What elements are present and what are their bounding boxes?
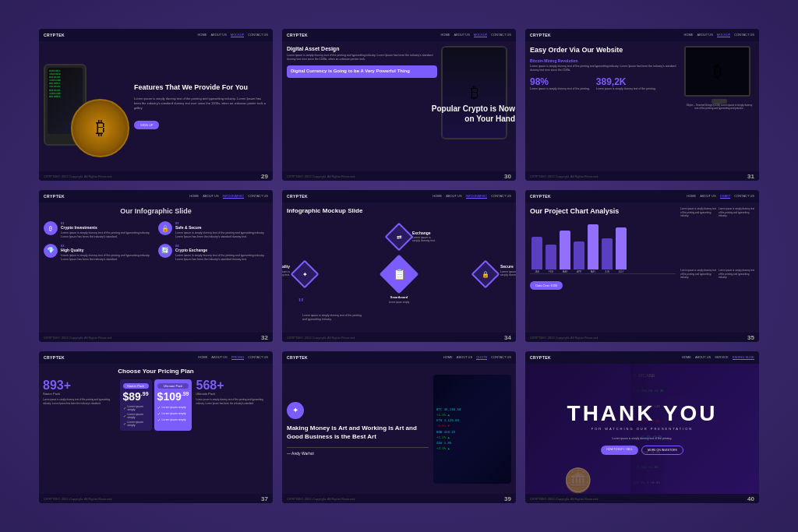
- nav-infographic[interactable]: INFOGRAPHIC: [466, 194, 488, 199]
- slide-30-left: Digital Asset Design Lorem ipsum is simp…: [287, 46, 437, 82]
- nav-mockup[interactable]: MOCKUP: [474, 33, 488, 37]
- right-desc: Lorem ipsum is simply dummy text of the …: [196, 398, 269, 405]
- slide-30-nav: CRYPTEK HOME ABOUT US MOCKUP CONTACT US: [282, 29, 516, 41]
- nav-mockup[interactable]: MOCKUP: [231, 33, 245, 37]
- footer-copy: CRYPTEK© 2022 Copyright. All Rights Rese…: [287, 336, 355, 340]
- nav-pricing[interactable]: PRICING: [231, 355, 245, 360]
- ultimate-feature-3: ✓Lorem ipsum simply: [157, 417, 189, 422]
- starter-features: ✓Lorem ipsum simply ✓Lorem ipsum simply …: [123, 405, 149, 427]
- nav-ending[interactable]: ENDING SLIDE: [733, 355, 754, 360]
- slide-number: 39: [504, 495, 511, 502]
- item-icon-4: 🔄: [158, 244, 172, 258]
- bar-group-july: JULY: [616, 227, 627, 273]
- thank-you-subtitle: FOR WATCHING OUR PRESENTATION: [591, 427, 694, 431]
- slide-31-nav: CRYPTEK HOME ABOUT US MOCKUP CONTACT US: [525, 29, 759, 41]
- pricing-plans: Starter Pack $89.99 ✓Lorem ipsum simply …: [120, 379, 192, 431]
- nav-logo: CRYPTEK: [287, 194, 308, 199]
- btn1[interactable]: HOW TO BUY / SELL: [601, 446, 638, 455]
- smartboard-sublabel: Lorem ipsum simply: [389, 301, 410, 304]
- btn2[interactable]: MORE ON INVESTORS: [641, 446, 683, 455]
- secure-label: Secure: [500, 264, 514, 269]
- nav-home: HOME: [440, 33, 450, 37]
- nav-about: ABOUT US: [695, 355, 711, 360]
- slide-32-grid: ₿ 01 Crypto Investments Lorem ipsum is s…: [44, 221, 268, 262]
- slide-37-body: Choose Your Pricing Plan 893+ Starter Pa…: [39, 364, 273, 494]
- starter-feature-1: ✓Lorem ipsum simply: [123, 405, 149, 411]
- footer-copy: CRYPTEK© 2022 Copyright. All Rights Rese…: [44, 174, 112, 178]
- slide-29-nav: CRYPTEK HOME ABOUT US MOCKUP CONTACT US: [39, 29, 273, 41]
- data-btn[interactable]: Data Over 1000: [530, 281, 563, 290]
- nav-links: HOME ABOUT US MOCKUP CONTACT US: [683, 33, 754, 37]
- nav-mockup[interactable]: MOCKUP: [717, 33, 731, 37]
- bar-july: [616, 227, 627, 270]
- slide-34-body: Infographic Mockup Slide 📋 Smartboard Lo…: [282, 203, 516, 333]
- bar-mar: [560, 231, 570, 270]
- nav-about: ABOUT US: [203, 194, 218, 199]
- item-title-3: High Quality: [61, 248, 154, 252]
- slide-37: CRYPTEK HOME ABOUT US PRICING CONTACT US…: [39, 351, 273, 503]
- slide-40-nav: CRYPTEK HOME ABOUT US SERVICE ENDING SLI…: [525, 351, 759, 364]
- slide-31-title: Easy Order Via Our Website: [530, 46, 680, 55]
- slide-35-title: Our Project Chart Analysis: [530, 207, 676, 217]
- nav-links: HOME ABOUT US QUOTE CONTACT US: [443, 355, 511, 360]
- slide-29-title: Features That We Provide For You: [134, 83, 268, 93]
- slide-29-images: 0100101110101010010101011100110000110011…: [44, 56, 129, 157]
- nav-infographic[interactable]: INFOGRAPHIC: [223, 194, 245, 199]
- desc-4: Lorem ipsum is simply dummy text of the …: [719, 269, 754, 328]
- nav-logo: CRYPTEK: [44, 194, 65, 199]
- slide-31-right: ₿ Object – Oriented Design (OOD) Lorem i…: [684, 46, 754, 167]
- stat2-val: 389,2K: [596, 76, 656, 87]
- infographic-item-4: 🔄 04 Crypto Exchange Lorem ipsum is simp…: [158, 244, 268, 262]
- ultimate-plan: Ultimate Pack $109.99 ✓Lorem ipsum simpl…: [154, 379, 192, 431]
- left-count-area: 893+ Starter Pack Lorem ipsum is simply …: [43, 379, 116, 405]
- slide-39-body: ✦ Making Money is Art and Working is Art…: [282, 364, 516, 494]
- footer-copy: CRYPTEK© 2022 Copyright. All Rights Rese…: [287, 497, 355, 501]
- nav-home: HOME: [683, 33, 693, 37]
- nav-links: HOME ABOUT US MOCKUP CONTACT US: [440, 33, 511, 37]
- item-icon-3: 💎: [44, 244, 58, 258]
- bar-group-jun: JUN: [602, 238, 613, 273]
- bar-jun: [602, 238, 613, 270]
- slide-35-content: Our Project Chart Analysis JAN FEB: [530, 207, 754, 328]
- slide-34-nav: CRYPTEK HOME ABOUT US INFOGRAPHIC CONTAC…: [282, 190, 516, 203]
- item-title-1: Crypto Investments: [61, 225, 154, 230]
- right-count-area: 568+ Ultimate Pack Lorem ipsum is simply…: [196, 379, 269, 405]
- slide-40-footer: CRYPTEK© 2022 Copyright. All Rights Rese…: [525, 494, 759, 503]
- slide-30-body: Digital Asset Design Lorem ipsum is simp…: [282, 41, 516, 171]
- footer-copy: CRYPTEK© 2022 Copyright. All Rights Rese…: [44, 336, 112, 340]
- slide-29-desc: Lorem ipsum is simply dummy text of the …: [134, 97, 268, 111]
- starter-plan: Starter Pack $89.99 ✓Lorem ipsum simply …: [120, 379, 152, 431]
- slide-number: 31: [747, 173, 754, 180]
- ultimate-feature-1: ✓Lorem ipsum simply: [157, 405, 189, 410]
- footer-copy: CRYPTEK© 2022 Copyright. All Rights Rese…: [530, 174, 598, 178]
- nav-logo: CRYPTEK: [530, 355, 551, 360]
- secure-node: 🔒: [471, 260, 500, 289]
- nav-quote[interactable]: QUOTE: [476, 355, 487, 360]
- card-title: Digital Currency is Going to be A Very P…: [291, 69, 433, 73]
- slide-29-btn[interactable]: SIGN UP: [134, 121, 159, 129]
- card: Digital Currency is Going to be A Very P…: [287, 65, 437, 78]
- nav-contact: CONTACT US: [248, 355, 268, 360]
- slide-30-right: ₿ Popular Crypto is Now on Your Hand: [441, 46, 511, 139]
- left-desc: Lorem ipsum is simply dummy text of the …: [43, 398, 116, 405]
- monitor-mockup: ₿: [684, 46, 750, 97]
- slide-39-nav: CRYPTEK HOME ABOUT US QUOTE CONTACT US: [282, 351, 516, 364]
- quality-sublabel: Lorem ipsum issimply dummy text.: [282, 270, 290, 277]
- bar-apr: [574, 241, 584, 270]
- desc-3: Lorem ipsum is simply dummy text of the …: [680, 269, 716, 328]
- slide-37-title: Choose Your Pricing Plan: [43, 368, 269, 375]
- quality-label: Quality: [282, 264, 290, 269]
- bar-group-mar: MAR: [560, 231, 570, 273]
- item-icon-2: 🔒: [158, 221, 172, 235]
- footer-copy: CRYPTEK© 2022 Copyright. All Rights Rese…: [44, 497, 112, 501]
- slide-number: 37: [261, 495, 268, 502]
- nav-chart[interactable]: CHART: [720, 194, 731, 199]
- slide-34-footer: CRYPTEK© 2022 Copyright. All Rights Rese…: [282, 333, 516, 342]
- nav-home: HOME: [682, 355, 691, 360]
- bar-chart: JAN FEB MAR APR: [530, 220, 676, 274]
- nav-home: HOME: [687, 194, 696, 199]
- quote-symbol: ": [298, 296, 303, 312]
- exchange-node: ⇄: [385, 223, 414, 252]
- slide-30: CRYPTEK HOME ABOUT US MOCKUP CONTACT US …: [282, 29, 516, 181]
- asset-text: Lorem ipsum is simply dummy text of the …: [287, 54, 437, 62]
